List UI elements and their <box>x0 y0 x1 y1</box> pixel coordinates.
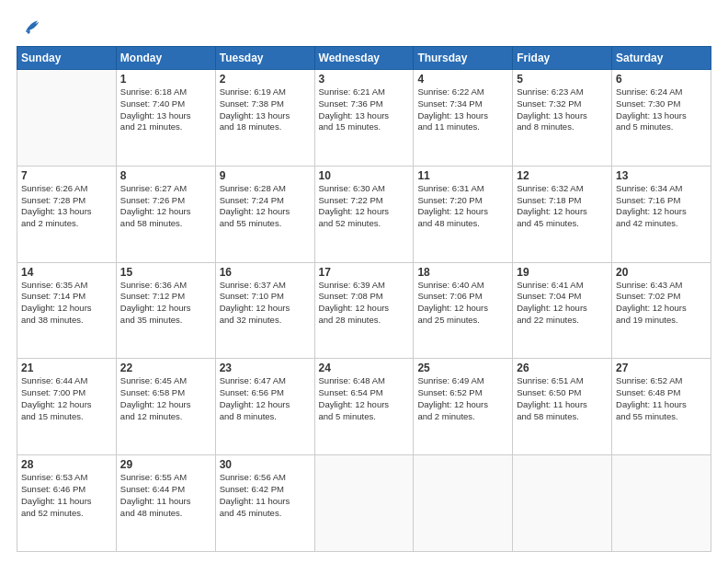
calendar-cell: 20Sunrise: 6:43 AM Sunset: 7:02 PM Dayli… <box>612 262 711 359</box>
calendar-cell: 11Sunrise: 6:31 AM Sunset: 7:20 PM Dayli… <box>414 166 513 262</box>
weekday-header-thursday: Thursday <box>414 47 513 70</box>
calendar-cell: 17Sunrise: 6:39 AM Sunset: 7:08 PM Dayli… <box>314 262 414 359</box>
day-number: 2 <box>220 73 311 86</box>
day-info: Sunrise: 6:45 AM Sunset: 6:58 PM Dayligh… <box>120 375 211 422</box>
day-number: 28 <box>21 458 112 471</box>
calendar-cell <box>414 455 513 552</box>
day-info: Sunrise: 6:30 AM Sunset: 7:22 PM Dayligh… <box>319 183 410 230</box>
day-info: Sunrise: 6:39 AM Sunset: 7:08 PM Dayligh… <box>319 280 410 327</box>
calendar-week-row: 21Sunrise: 6:44 AM Sunset: 7:00 PM Dayli… <box>17 359 711 455</box>
calendar-week-row: 7Sunrise: 6:26 AM Sunset: 7:28 PM Daylig… <box>17 166 711 262</box>
calendar-cell: 23Sunrise: 6:47 AM Sunset: 6:56 PM Dayli… <box>215 359 314 455</box>
day-number: 9 <box>220 169 311 182</box>
calendar-cell: 16Sunrise: 6:37 AM Sunset: 7:10 PM Dayli… <box>215 262 314 359</box>
day-info: Sunrise: 6:28 AM Sunset: 7:24 PM Dayligh… <box>220 183 311 230</box>
calendar-cell: 6Sunrise: 6:24 AM Sunset: 7:30 PM Daylig… <box>612 70 711 167</box>
day-info: Sunrise: 6:53 AM Sunset: 6:46 PM Dayligh… <box>21 472 112 519</box>
page: SundayMondayTuesdayWednesdayThursdayFrid… <box>0 0 728 563</box>
calendar-cell: 28Sunrise: 6:53 AM Sunset: 6:46 PM Dayli… <box>17 455 117 552</box>
header <box>17 17 711 37</box>
day-number: 1 <box>120 73 211 86</box>
day-info: Sunrise: 6:43 AM Sunset: 7:02 PM Dayligh… <box>616 280 707 327</box>
day-info: Sunrise: 6:41 AM Sunset: 7:04 PM Dayligh… <box>517 280 608 327</box>
day-info: Sunrise: 6:22 AM Sunset: 7:34 PM Dayligh… <box>417 86 508 133</box>
day-number: 14 <box>21 266 112 279</box>
day-number: 22 <box>120 362 211 374</box>
calendar-cell: 5Sunrise: 6:23 AM Sunset: 7:32 PM Daylig… <box>513 70 612 167</box>
calendar-cell: 10Sunrise: 6:30 AM Sunset: 7:22 PM Dayli… <box>314 166 414 262</box>
logo <box>17 17 40 37</box>
day-info: Sunrise: 6:26 AM Sunset: 7:28 PM Dayligh… <box>21 183 112 230</box>
day-info: Sunrise: 6:21 AM Sunset: 7:36 PM Dayligh… <box>319 86 410 133</box>
day-number: 23 <box>220 362 311 374</box>
day-number: 3 <box>319 73 410 86</box>
calendar-cell: 7Sunrise: 6:26 AM Sunset: 7:28 PM Daylig… <box>17 166 117 262</box>
day-number: 15 <box>120 266 211 279</box>
weekday-header-sunday: Sunday <box>17 47 117 70</box>
day-number: 27 <box>616 362 707 374</box>
day-info: Sunrise: 6:55 AM Sunset: 6:44 PM Dayligh… <box>120 472 211 519</box>
calendar-cell <box>513 455 612 552</box>
weekday-header-friday: Friday <box>513 47 612 70</box>
day-number: 19 <box>517 266 608 279</box>
day-info: Sunrise: 6:47 AM Sunset: 6:56 PM Dayligh… <box>220 375 311 422</box>
day-info: Sunrise: 6:44 AM Sunset: 7:00 PM Dayligh… <box>21 375 112 422</box>
day-info: Sunrise: 6:51 AM Sunset: 6:50 PM Dayligh… <box>517 375 608 422</box>
calendar-cell: 18Sunrise: 6:40 AM Sunset: 7:06 PM Dayli… <box>414 262 513 359</box>
weekday-header-monday: Monday <box>116 47 215 70</box>
day-info: Sunrise: 6:56 AM Sunset: 6:42 PM Dayligh… <box>220 472 311 519</box>
day-number: 5 <box>517 73 608 86</box>
calendar-cell: 1Sunrise: 6:18 AM Sunset: 7:40 PM Daylig… <box>116 70 215 167</box>
day-info: Sunrise: 6:52 AM Sunset: 6:48 PM Dayligh… <box>616 375 707 422</box>
day-number: 29 <box>120 458 211 471</box>
day-number: 17 <box>319 266 410 279</box>
calendar-cell <box>17 70 117 167</box>
calendar-cell: 8Sunrise: 6:27 AM Sunset: 7:26 PM Daylig… <box>116 166 215 262</box>
calendar-cell: 12Sunrise: 6:32 AM Sunset: 7:18 PM Dayli… <box>513 166 612 262</box>
day-number: 8 <box>120 169 211 182</box>
calendar-cell <box>612 455 711 552</box>
weekday-header-saturday: Saturday <box>612 47 711 70</box>
calendar-cell: 19Sunrise: 6:41 AM Sunset: 7:04 PM Dayli… <box>513 262 612 359</box>
day-info: Sunrise: 6:23 AM Sunset: 7:32 PM Dayligh… <box>517 86 608 133</box>
calendar-cell: 30Sunrise: 6:56 AM Sunset: 6:42 PM Dayli… <box>215 455 314 552</box>
day-info: Sunrise: 6:49 AM Sunset: 6:52 PM Dayligh… <box>417 375 508 422</box>
calendar-cell: 27Sunrise: 6:52 AM Sunset: 6:48 PM Dayli… <box>612 359 711 455</box>
day-info: Sunrise: 6:36 AM Sunset: 7:12 PM Dayligh… <box>120 280 211 327</box>
calendar-cell: 4Sunrise: 6:22 AM Sunset: 7:34 PM Daylig… <box>414 70 513 167</box>
calendar-week-row: 1Sunrise: 6:18 AM Sunset: 7:40 PM Daylig… <box>17 70 711 167</box>
day-number: 13 <box>616 169 707 182</box>
day-number: 30 <box>220 458 311 471</box>
day-number: 4 <box>417 73 508 86</box>
calendar-week-row: 14Sunrise: 6:35 AM Sunset: 7:14 PM Dayli… <box>17 262 711 359</box>
day-number: 20 <box>616 266 707 279</box>
calendar-cell: 21Sunrise: 6:44 AM Sunset: 7:00 PM Dayli… <box>17 359 117 455</box>
day-number: 26 <box>517 362 608 374</box>
day-info: Sunrise: 6:32 AM Sunset: 7:18 PM Dayligh… <box>517 183 608 230</box>
weekday-header-tuesday: Tuesday <box>215 47 314 70</box>
day-number: 12 <box>517 169 608 182</box>
calendar-cell: 22Sunrise: 6:45 AM Sunset: 6:58 PM Dayli… <box>116 359 215 455</box>
day-number: 7 <box>21 169 112 182</box>
day-number: 25 <box>417 362 508 374</box>
calendar-cell: 25Sunrise: 6:49 AM Sunset: 6:52 PM Dayli… <box>414 359 513 455</box>
day-info: Sunrise: 6:48 AM Sunset: 6:54 PM Dayligh… <box>319 375 410 422</box>
calendar-cell: 14Sunrise: 6:35 AM Sunset: 7:14 PM Dayli… <box>17 262 117 359</box>
day-info: Sunrise: 6:31 AM Sunset: 7:20 PM Dayligh… <box>417 183 508 230</box>
day-info: Sunrise: 6:40 AM Sunset: 7:06 PM Dayligh… <box>417 280 508 327</box>
day-number: 18 <box>417 266 508 279</box>
day-number: 10 <box>319 169 410 182</box>
day-info: Sunrise: 6:34 AM Sunset: 7:16 PM Dayligh… <box>616 183 707 230</box>
day-info: Sunrise: 6:27 AM Sunset: 7:26 PM Dayligh… <box>120 183 211 230</box>
logo-bird-icon <box>20 17 40 37</box>
day-info: Sunrise: 6:19 AM Sunset: 7:38 PM Dayligh… <box>220 86 311 133</box>
calendar-cell: 3Sunrise: 6:21 AM Sunset: 7:36 PM Daylig… <box>314 70 414 167</box>
calendar-table: SundayMondayTuesdayWednesdayThursdayFrid… <box>17 46 711 552</box>
calendar-cell: 9Sunrise: 6:28 AM Sunset: 7:24 PM Daylig… <box>215 166 314 262</box>
day-number: 21 <box>21 362 112 374</box>
day-number: 16 <box>220 266 311 279</box>
calendar-cell: 29Sunrise: 6:55 AM Sunset: 6:44 PM Dayli… <box>116 455 215 552</box>
calendar-cell: 26Sunrise: 6:51 AM Sunset: 6:50 PM Dayli… <box>513 359 612 455</box>
calendar-week-row: 28Sunrise: 6:53 AM Sunset: 6:46 PM Dayli… <box>17 455 711 552</box>
day-info: Sunrise: 6:18 AM Sunset: 7:40 PM Dayligh… <box>120 86 211 133</box>
